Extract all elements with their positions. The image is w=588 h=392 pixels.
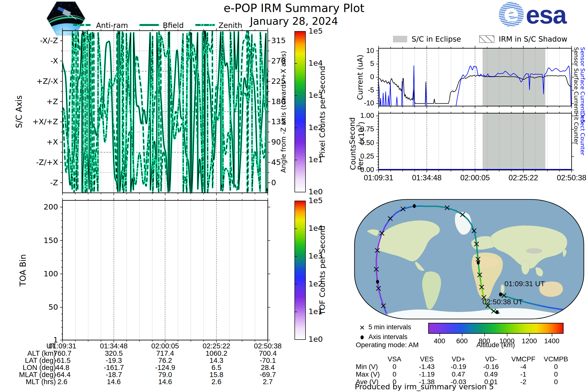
toa-ytick-label: 100 [36, 269, 58, 278]
angle-axis-label: Angle from -Z axis (towards +X axis) [279, 30, 288, 193]
time-xtick-label: 01:09:31 [352, 174, 406, 182]
eclipse-swatch-icon [393, 36, 407, 42]
time-xtick-label: 02:25:22 [496, 174, 550, 182]
voltage-table-cell: -1.38 [410, 378, 444, 386]
ut-table-cell: 02:50:38 [246, 342, 290, 350]
voltage-table-header: VSA [377, 355, 412, 363]
axis-interval-marker [376, 280, 379, 284]
axis-intervals-label: Axis intervals [368, 333, 408, 341]
eclipse-legend-label: S/C in Eclipse [412, 35, 461, 43]
map-end-time-label: 02:50:38 UT [482, 298, 523, 306]
tof-counts-colorbar-tick-label: 1e4 [308, 224, 323, 232]
axis-interval-marker [496, 310, 498, 314]
current-plot [374, 44, 576, 110]
angle-ytick-label: 0 [271, 178, 293, 187]
voltage-table-cell: 0 [539, 363, 573, 371]
angle-ytick-label: 315 [271, 36, 293, 45]
voltage-table-header: VCMPB [539, 355, 573, 363]
counts-ytick-label: 0.25 [352, 152, 374, 160]
esa-wordmark: esa [526, 2, 566, 28]
axis-interval-marker [477, 261, 480, 264]
voltage-table-cell: -1 [506, 370, 540, 378]
voltage-table-cell: 0 [377, 370, 412, 378]
toa-ytick-label: 200 [36, 202, 58, 211]
toa-ytick-label: 150 [36, 236, 58, 245]
pixel-counts-colorbar-tick-label: 1e5 [308, 26, 323, 35]
ground-track-segment [376, 269, 377, 279]
pixel-counts-colorbar-tick-label: 1e3 [308, 91, 323, 100]
pixel-counts-colorbar-tick-label: 1e0 [308, 187, 323, 196]
tof-counts-colorbar-label: TOF Counts per Second [318, 201, 327, 340]
time-xtick-label: 02:50:38 [545, 174, 588, 182]
angle-ytick-label: 180 [271, 97, 293, 106]
page-title: e-POP IRM Summary Plot [172, 2, 416, 15]
voltage-table-cell: 0 [539, 378, 573, 386]
voltage-table-header: VD+ [441, 355, 476, 363]
shadow-swatch-icon [479, 35, 494, 43]
ut-table-cell: 2.6 [40, 378, 84, 386]
sc-axis-ytick-label: -Z/+X [30, 158, 58, 166]
starfield-decor [50, 4, 51, 5]
dot-marker-icon [359, 334, 366, 340]
toa-bin-plot [58, 196, 272, 344]
tof-counts-colorbar-tick-label: 1e0 [308, 335, 323, 344]
pixel-counts-colorbar-tick-label: 1e2 [308, 123, 323, 132]
himalaya-decor [526, 248, 542, 254]
toa-bin-ylabel: TOA Bin [18, 200, 28, 340]
sc-axis-ylabel: S/C Axis [14, 30, 24, 193]
sc-axis-ytick-label: +Z/-X [30, 77, 58, 86]
ground-track-segment [477, 251, 478, 259]
voltage-table-cell: -2 [506, 378, 540, 386]
voltage-table-cell: -4 [506, 363, 540, 371]
five-min-intervals-label: 5 min intervals [368, 324, 411, 331]
esa-logo: e esa [499, 2, 566, 28]
voltage-table-header: VES [410, 355, 444, 363]
time-xtick-label: 02:00:05 [448, 174, 502, 182]
time-xtick-label: 01:34:48 [400, 174, 454, 182]
sc-axis-ytick-label: +X [30, 138, 58, 146]
voltage-table-cell: -1.19 [410, 370, 444, 378]
sc-axis-ytick-label: +X/+Z [30, 117, 58, 126]
tof-counts-colorbar [295, 197, 315, 343]
sc-axis-ytick-label: -X/-Z [30, 36, 58, 45]
map-start-time-label: 01:09:31 UT [504, 280, 545, 288]
axis-interval-marker [499, 292, 502, 296]
sc-axis-plot [58, 27, 272, 197]
current-ytick-label: 5 [356, 60, 374, 68]
ground-track-segment [419, 206, 428, 206]
tof-counts-colorbar-tick-label: 1e3 [308, 251, 323, 260]
tof-counts-colorbar-tick-label: 1e5 [308, 196, 323, 205]
ground-track-segment [476, 244, 477, 251]
ut-table-cell: 02:00:05 [143, 342, 187, 350]
ut-table-cell: 2.7 [246, 378, 290, 386]
angle-ytick-label: 45 [271, 158, 293, 166]
esa-globe-icon: e [499, 2, 524, 27]
angle-ytick-label: 90 [271, 138, 293, 146]
eclipse-legend: S/C in Eclipse IRM in S/C Shadow [393, 35, 568, 43]
counts-ytick-label: 0.00 [352, 166, 374, 174]
altitude-tick-label: 1400 [537, 337, 566, 345]
five-min-marker [571, 308, 576, 313]
toa-ytick-label: 50 [36, 302, 58, 312]
ut-table-cell: 14.6 [92, 378, 136, 386]
current-ytick-label: 10 [356, 46, 374, 55]
ut-table-cell: 2.6 [194, 378, 239, 386]
shadow-legend-label: IRM in S/C Shadow [499, 35, 568, 43]
tof-counts-colorbar-tick-label: 1e1 [308, 307, 323, 316]
ut-table-cell: 01:34:48 [92, 342, 136, 350]
detect-counter-label: Detect Counter [579, 112, 586, 176]
voltage-table-cell: 0.49 [474, 370, 508, 378]
pixel-counts-colorbar-tick-label: 1e4 [308, 58, 323, 68]
angle-ytick-label: 135 [271, 117, 293, 126]
voltage-table-cell: -0.16 [474, 363, 508, 371]
voltage-table-cell: 0 [539, 370, 573, 378]
ground-track-map: 01:09:31 UT02:50:38 UT [354, 199, 584, 320]
voltage-table-cell: -0.19 [441, 363, 476, 371]
voltage-table-header: VD- [474, 355, 508, 363]
ut-table-cell: 14.6 [143, 378, 187, 386]
altitude-colorbar [428, 323, 564, 337]
current-ytick-label: -10 [356, 99, 374, 107]
voltage-table-cell: 0 [377, 363, 412, 371]
counts-ytick-label: 0.75 [352, 125, 374, 133]
ut-table-cell: 01:09:31 [40, 342, 84, 350]
